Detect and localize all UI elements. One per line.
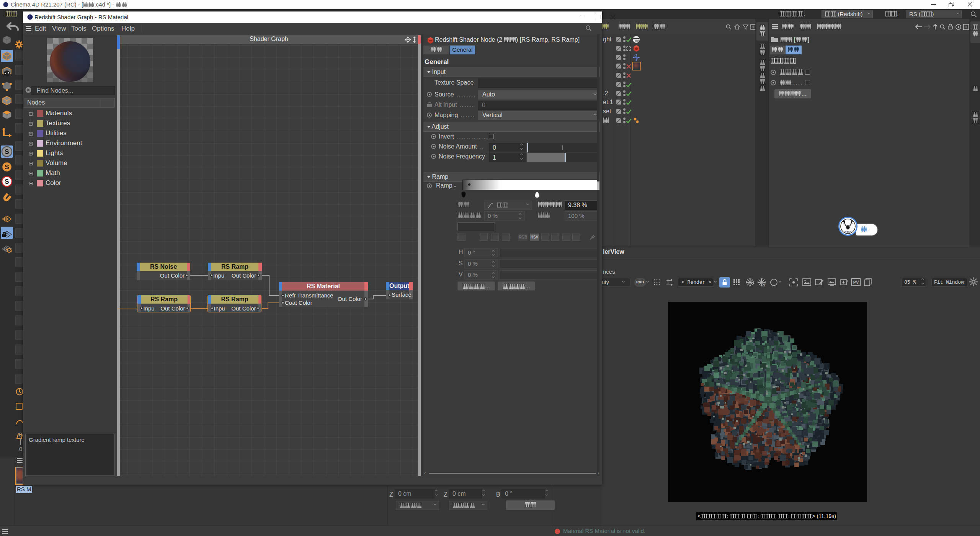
svg-text:G: G	[763, 283, 765, 287]
svg-text:S: S	[5, 178, 9, 185]
svg-text:野鹿志: 野鹿志	[844, 230, 851, 234]
svg-text:S: S	[5, 148, 9, 155]
svg-text:S: S	[5, 163, 9, 171]
